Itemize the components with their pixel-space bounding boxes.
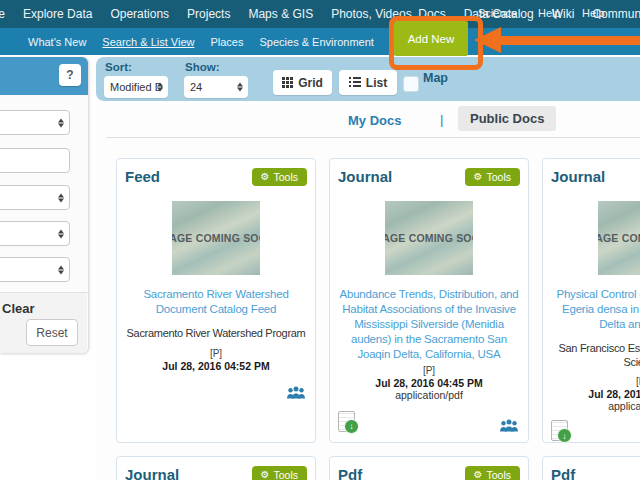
show-select[interactable]: 24	[184, 76, 248, 98]
download-arrow-icon: ↓	[557, 428, 572, 443]
visibility-flag: [P]	[338, 365, 520, 376]
card-type-label: Journal	[125, 466, 179, 480]
filter-select-4[interactable]	[0, 257, 70, 282]
image-coming-soon-text: IMAGE COMING SOON	[598, 232, 640, 244]
document-card-journal-3: Journal ⚙ Tools	[116, 456, 316, 480]
modified-date: Jul 28, 2016 04:45 PM	[338, 377, 520, 389]
modified-date: Jul 28, 2016 04:52 PM	[125, 360, 307, 372]
tools-button[interactable]: ⚙ Tools	[465, 466, 520, 480]
nav-home[interactable]: Home	[0, 7, 14, 21]
reset-button[interactable]: Reset	[26, 319, 78, 346]
filter-select-2[interactable]	[0, 185, 70, 210]
grid-button-label: Grid	[298, 76, 323, 90]
annotation-arrow-shaft	[499, 36, 640, 45]
gear-icon: ⚙	[474, 470, 483, 480]
list-icon	[349, 77, 361, 88]
document-card-feed: Feed ⚙ Tools IMAGE COMING SOON Sacrament…	[116, 158, 316, 443]
document-title-link[interactable]: Sacramento River Watershed Document Cata…	[125, 287, 307, 317]
thumbnail-placeholder[interactable]: IMAGE COMING SOON	[172, 201, 260, 275]
image-coming-soon-text: IMAGE COMING SOON	[172, 232, 260, 244]
nav-help-1[interactable]: Help	[538, 7, 561, 19]
nav-projects[interactable]: Projects	[178, 7, 239, 21]
show-select-value: 24	[190, 81, 202, 93]
filter-text-input[interactable]	[0, 148, 70, 173]
select-spinner-icon	[237, 83, 243, 92]
grid-icon	[282, 77, 293, 88]
nav-places[interactable]: Places	[202, 36, 251, 48]
modified-date: Jul 28, 2016 04:45 PM	[551, 388, 640, 400]
results-toolbar: Sort: Modified D Show: 24 Grid List Map	[96, 57, 640, 101]
document-source: Sacramento River Watershed Program	[125, 327, 307, 341]
document-card-journal-1: Journal ⚙ Tools IMAGE COMING SOON Abunda…	[329, 158, 529, 443]
document-title-link[interactable]: Physical Control of the Submerged Egeria…	[551, 287, 640, 332]
nav-search-list-view[interactable]: Search & List View	[94, 36, 202, 48]
select-spinner-icon	[58, 193, 64, 202]
help-button[interactable]: ?	[59, 64, 81, 86]
image-coming-soon-text: IMAGE COMING SOON	[385, 232, 473, 244]
filter-sidebar: ? Clear Reset	[0, 57, 89, 353]
tools-button-label: Tools	[486, 171, 511, 183]
gear-icon: ⚙	[474, 172, 483, 182]
select-spinner-icon	[157, 83, 163, 92]
document-card-journal-2: Journal ⚙ Tools IMAGE COMING SOON Physic…	[542, 158, 640, 443]
select-spinner-icon	[58, 118, 64, 127]
nav-photos-videos-docs[interactable]: Photos, Videos, Docs	[322, 7, 455, 21]
sort-select-value: Modified D	[110, 81, 163, 93]
tools-button[interactable]: ⚙ Tools	[252, 168, 307, 186]
people-group-icon[interactable]	[498, 419, 520, 432]
sort-select[interactable]: Modified D	[104, 76, 168, 98]
document-title-link[interactable]: Abundance Trends, Distribution, and Habi…	[338, 287, 520, 362]
tools-button-label: Tools	[273, 171, 298, 183]
show-label: Show:	[185, 61, 220, 73]
nav-science[interactable]: Science	[478, 7, 517, 19]
thumbnail-placeholder[interactable]: IMAGE COMING SOON	[598, 201, 640, 275]
add-new-button[interactable]: Add New	[394, 21, 468, 56]
thumbnail-placeholder[interactable]: IMAGE COMING SOON	[385, 201, 473, 275]
document-card-grid: Feed ⚙ Tools IMAGE COMING SOON Sacrament…	[96, 138, 640, 480]
document-card-pdf-1: Pdf ⚙ Tools	[329, 456, 529, 480]
download-file-icon[interactable]: ↓	[338, 411, 355, 432]
nav-explore-data[interactable]: Explore Data	[14, 7, 101, 21]
select-spinner-icon	[58, 229, 64, 238]
document-source: San Francisco Estuary & Watershed Scienc…	[551, 342, 640, 370]
mime-type: application/pdf	[551, 400, 640, 412]
filter-select-1[interactable]	[0, 110, 70, 135]
tab-my-docs[interactable]: My Docs	[348, 113, 401, 128]
grid-view-button[interactable]: Grid	[273, 70, 332, 95]
list-view-button[interactable]: List	[339, 70, 397, 95]
mime-type: application/pdf	[338, 389, 520, 401]
card-type-label: Pdf	[338, 466, 362, 480]
tools-button[interactable]: ⚙ Tools	[252, 466, 307, 480]
filter-select-3[interactable]	[0, 221, 70, 246]
card-type-label: Journal	[551, 168, 605, 185]
nav-whats-new[interactable]: What's New	[20, 36, 94, 48]
card-type-label: Feed	[125, 168, 160, 185]
tab-public-docs[interactable]: Public Docs	[458, 106, 556, 131]
nav-operations[interactable]: Operations	[101, 7, 178, 21]
visibility-flag: [P]	[125, 348, 307, 359]
documents-panel: My Docs | Public Docs Feed ⚙ Tools IMAGE…	[96, 103, 640, 480]
download-arrow-icon: ↓	[344, 419, 359, 434]
nav-help-2[interactable]: Help	[582, 7, 605, 19]
tools-button-label: Tools	[273, 469, 298, 480]
nav-maps-gis[interactable]: Maps & GIS	[239, 7, 322, 21]
people-group-icon[interactable]	[285, 386, 307, 399]
list-button-label: List	[366, 76, 387, 90]
clear-label[interactable]: Clear	[2, 301, 35, 316]
tab-separator: |	[440, 112, 443, 127]
select-spinner-icon	[58, 265, 64, 274]
card-type-label: Pdf	[551, 466, 575, 480]
map-checkbox[interactable]	[403, 76, 419, 92]
gear-icon: ⚙	[261, 172, 270, 182]
card-type-label: Journal	[338, 168, 392, 185]
visibility-flag: [P]	[551, 376, 640, 387]
download-file-icon[interactable]: ↓	[551, 420, 568, 441]
tools-button-label: Tools	[486, 469, 511, 480]
document-card-pdf-2: Pdf ⚙ Tools	[542, 456, 640, 480]
nav-species-environment[interactable]: Species & Environment	[252, 36, 382, 48]
gear-icon: ⚙	[261, 470, 270, 480]
map-label: Map	[423, 71, 448, 85]
tools-button[interactable]: ⚙ Tools	[465, 168, 520, 186]
annotation-arrow-head	[474, 27, 501, 53]
sort-label: Sort:	[105, 61, 132, 73]
